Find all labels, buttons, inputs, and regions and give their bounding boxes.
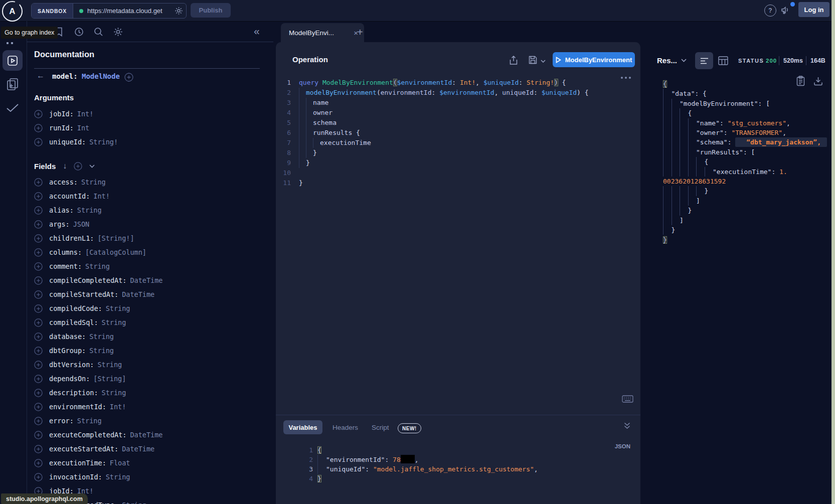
field-type[interactable]: Int!	[110, 403, 126, 411]
add-field-icon[interactable]	[34, 431, 43, 439]
variables-editor[interactable]: 1{ 2"environmentId": 78, 3"uniqueId": "m…	[301, 445, 538, 483]
argument-name[interactable]: uniqueId:	[49, 138, 86, 146]
field-name[interactable]: dbtGroup:	[49, 347, 86, 355]
field-type[interactable]: String	[106, 304, 130, 312]
add-field-icon[interactable]	[34, 220, 43, 229]
add-field-icon[interactable]	[34, 110, 43, 118]
add-field-icon[interactable]	[34, 389, 43, 397]
field-type[interactable]: [String!]	[97, 234, 134, 242]
field-type[interactable]: String	[89, 347, 114, 355]
field-type[interactable]: String	[77, 206, 102, 214]
keyboard-shortcuts-icon[interactable]	[622, 395, 633, 403]
add-field-icon[interactable]	[34, 459, 43, 467]
collapse-variables-icon[interactable]	[624, 422, 630, 429]
field-name[interactable]: dependsOn:	[49, 375, 90, 383]
back-arrow-icon[interactable]: ←	[37, 71, 45, 80]
field-type[interactable]: String	[102, 318, 126, 326]
login-button[interactable]: Log in	[798, 2, 829, 17]
add-field-icon[interactable]	[34, 124, 43, 132]
field-name[interactable]: alias:	[49, 206, 74, 214]
settings-gear-icon[interactable]	[113, 27, 123, 37]
share-icon[interactable]	[510, 56, 518, 65]
help-icon[interactable]: ?	[764, 5, 776, 17]
add-field-icon[interactable]	[34, 375, 43, 383]
run-operation-button[interactable]: ModelByEnvironment	[553, 52, 635, 67]
field-name[interactable]: access:	[49, 178, 78, 186]
field-type[interactable]: Int!	[93, 192, 110, 200]
add-field-icon[interactable]	[34, 347, 43, 355]
add-field-icon[interactable]	[34, 248, 43, 257]
operation-editor[interactable]: 1query ModelByEnvironment($environmentId…	[279, 78, 589, 188]
field-name[interactable]: error:	[49, 417, 74, 425]
history-icon[interactable]	[74, 27, 84, 37]
field-type[interactable]: String	[97, 361, 122, 369]
search-icon[interactable]	[94, 27, 103, 37]
field-name[interactable]: description:	[49, 389, 98, 397]
field-type[interactable]: DateTime	[122, 290, 154, 298]
argument-name[interactable]: jobId:	[49, 110, 74, 118]
tab-variables[interactable]: Variables	[283, 420, 322, 434]
tab-script[interactable]: Script	[372, 424, 389, 431]
add-type-button[interactable]	[124, 73, 140, 82]
add-field-icon[interactable]	[34, 417, 43, 425]
field-type[interactable]: DateTime	[130, 276, 162, 284]
tab-headers[interactable]: Headers	[332, 424, 358, 431]
tree-view-toggle[interactable]	[695, 52, 713, 69]
field-name[interactable]: executionTime:	[49, 459, 106, 467]
field-name[interactable]: compiledCode:	[49, 304, 102, 312]
field-type[interactable]: String	[122, 501, 146, 504]
argument-type[interactable]: Int!	[77, 110, 94, 118]
publish-button[interactable]: Publish	[191, 3, 231, 18]
add-field-icon[interactable]	[34, 234, 43, 243]
add-all-fields-icon[interactable]	[74, 162, 82, 171]
add-field-icon[interactable]	[34, 332, 43, 341]
add-field-icon[interactable]	[34, 445, 43, 453]
add-field-icon[interactable]	[34, 403, 43, 411]
field-type[interactable]: JSON	[73, 220, 90, 228]
argument-type[interactable]: Int	[77, 124, 89, 132]
response-json[interactable]: { "data": { "modelByEnvironment": [ { "n…	[663, 79, 828, 245]
save-options-chevron-icon[interactable]	[541, 60, 546, 63]
field-name[interactable]: compileStartedAt:	[49, 290, 118, 298]
argument-type[interactable]: String!	[89, 138, 118, 146]
field-name[interactable]: database:	[49, 332, 86, 341]
add-field-icon[interactable]	[34, 361, 43, 369]
connection-settings-gear-icon[interactable]	[175, 7, 183, 15]
chevron-down-icon[interactable]	[89, 164, 95, 168]
field-name[interactable]: compileCompletedAt:	[49, 276, 126, 284]
field-type[interactable]: String	[89, 332, 114, 341]
announcements-megaphone-icon[interactable]	[780, 5, 791, 15]
endpoint-url-input[interactable]: https://metadata.cloud.get	[87, 7, 172, 15]
field-name[interactable]: args:	[49, 220, 70, 228]
field-name[interactable]: executeCompletedAt:	[49, 431, 126, 439]
sidebar-item-explorer[interactable]	[3, 50, 23, 71]
field-name[interactable]: compiledSql:	[49, 318, 98, 326]
add-field-icon[interactable]	[34, 178, 43, 187]
operation-menu-kebab-icon[interactable]	[621, 77, 631, 79]
add-field-icon[interactable]	[34, 290, 43, 299]
field-name[interactable]: environmentId:	[49, 403, 106, 411]
add-field-icon[interactable]	[34, 318, 43, 327]
sidebar-item-collections[interactable]	[6, 77, 20, 91]
type-link[interactable]: ModelNode	[82, 72, 120, 80]
endpoint-url-bar[interactable]: SANDBOX https://metadata.cloud.get	[31, 3, 187, 19]
table-view-toggle[interactable]	[718, 56, 728, 65]
field-name[interactable]: executeStartedAt:	[49, 445, 118, 453]
new-tab-button[interactable]: +	[357, 27, 363, 38]
add-field-icon[interactable]	[34, 138, 43, 146]
add-field-icon[interactable]	[34, 206, 43, 215]
field-type[interactable]: [String]	[93, 375, 126, 383]
field-type[interactable]: Float	[110, 459, 130, 467]
field-type[interactable]: DateTime	[130, 431, 162, 439]
field-type[interactable]: [CatalogColumn]	[85, 248, 146, 256]
argument-name[interactable]: runId:	[49, 124, 74, 132]
field-type[interactable]: String	[77, 417, 102, 425]
field-name[interactable]: columns:	[49, 248, 82, 256]
field-type[interactable]: String	[85, 262, 110, 270]
field-type[interactable]: DateTime	[122, 445, 154, 453]
field-name[interactable]: comment:	[49, 262, 82, 270]
add-field-icon[interactable]	[34, 192, 43, 201]
field-type[interactable]: String	[81, 178, 106, 186]
field-type[interactable]: String	[106, 473, 130, 481]
response-chevron-icon[interactable]	[681, 59, 687, 62]
